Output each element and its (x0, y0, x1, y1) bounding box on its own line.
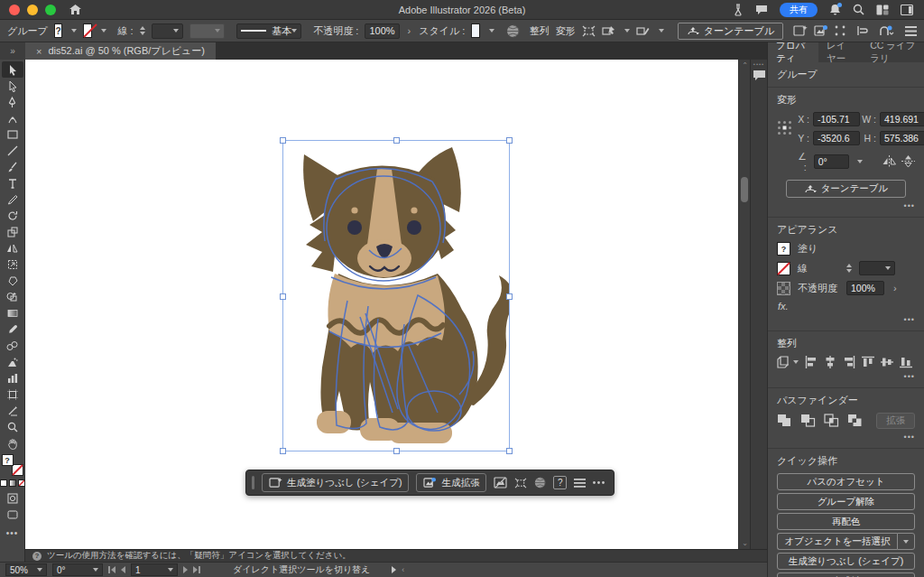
tool-paintbrush[interactable] (2, 159, 23, 175)
tool-direct-selection[interactable] (2, 78, 23, 94)
status-play-icon[interactable] (392, 566, 396, 573)
taskbar-help-button[interactable]: ? (553, 476, 567, 489)
screen-mode-button[interactable] (2, 507, 23, 523)
color-button[interactable] (0, 479, 7, 487)
flip-vertical-icon[interactable] (901, 155, 915, 169)
color-mode-buttons[interactable] (0, 479, 25, 487)
h-field[interactable]: 575.386 (880, 131, 924, 145)
hint-question-icon[interactable]: ? (32, 552, 42, 561)
list-view-icon[interactable] (905, 26, 917, 36)
fill-color-swatch[interactable]: ? (54, 23, 62, 38)
notifications-bell-icon[interactable] (829, 4, 841, 15)
stroke-caret-icon[interactable] (101, 29, 106, 33)
workspace-switcher-icon[interactable] (876, 5, 889, 15)
last-artboard-icon[interactable] (193, 566, 200, 573)
status-collapse-icon[interactable]: ‹ (402, 565, 404, 574)
isolate-selection-icon[interactable] (582, 25, 596, 37)
generative-expand-button[interactable]: 生成拡張 (416, 473, 486, 492)
align-top-icon[interactable] (862, 356, 874, 368)
select-similar-caret-icon[interactable] (624, 29, 630, 33)
opacity-chevron-icon[interactable]: › (406, 25, 413, 36)
pathfinder-unite-icon[interactable] (777, 414, 792, 429)
angle-field[interactable]: 0° (814, 154, 849, 169)
align-to-dropdown[interactable] (777, 356, 799, 368)
feedback-bubble-icon[interactable] (755, 5, 768, 15)
flip-horizontal-icon[interactable] (882, 155, 896, 169)
previous-artboard-icon[interactable] (121, 566, 125, 573)
quick-action-再配色[interactable]: 再配色 (777, 513, 915, 530)
quick-action-label[interactable]: オブジェクトを一括選択 (777, 533, 897, 550)
pathfinder-minus-front-icon[interactable] (800, 414, 816, 429)
next-artboard-icon[interactable] (183, 566, 188, 573)
handle-bottom-center[interactable] (393, 448, 400, 454)
tool-pencil[interactable] (2, 191, 23, 208)
stroke-color-swatch[interactable] (83, 23, 91, 38)
opacity-more-chevron[interactable]: › (892, 283, 899, 293)
tool-curvature[interactable] (2, 110, 23, 126)
brush-definition-dropdown[interactable]: 基本 (236, 23, 301, 39)
rescale-image-icon[interactable] (494, 477, 507, 489)
turntable-button[interactable]: ターンテーブル (678, 23, 783, 40)
proxy-fill-swatch[interactable]: ? (2, 454, 14, 466)
edit-toolbar-icon[interactable] (636, 25, 650, 37)
tool-pen[interactable] (2, 94, 23, 110)
canvas[interactable]: 生成塗りつぶし (シェイプ) 生成拡張 (25, 60, 738, 549)
transform-menu-button[interactable]: 変形 (556, 24, 576, 38)
zoom-window-button[interactable] (45, 5, 56, 15)
generative-fill-icon[interactable] (793, 24, 808, 37)
beta-flask-icon[interactable] (733, 4, 744, 16)
panel-layout-icon[interactable] (901, 5, 913, 15)
recolor-artwork-icon[interactable] (506, 24, 520, 38)
appearance-stroke-swatch[interactable] (777, 262, 790, 275)
handle-top-left[interactable] (280, 137, 286, 144)
style-caret-icon[interactable] (489, 29, 494, 33)
taskbar-menu-icon[interactable] (574, 479, 586, 488)
taskbar-more-icon[interactable] (593, 481, 605, 484)
scroll-up-icon[interactable]: ⌃ (739, 61, 751, 70)
align-left-icon[interactable] (805, 356, 818, 368)
none-button[interactable] (18, 479, 25, 487)
scrollbar-thumb[interactable] (741, 177, 748, 202)
transform-icon[interactable] (514, 478, 527, 489)
tool-slice[interactable] (2, 403, 23, 419)
align-right-icon[interactable] (843, 356, 855, 368)
distribute-icon[interactable] (856, 25, 868, 36)
tool-artboard[interactable] (2, 386, 23, 403)
tool-shape-builder[interactable] (2, 289, 23, 305)
appearance-opacity-field[interactable]: 100% (846, 281, 884, 295)
tab-properties[interactable]: プロパティ (768, 42, 818, 62)
artboard-number-dropdown[interactable]: 1 (131, 563, 178, 576)
angle-caret-icon[interactable] (857, 160, 863, 163)
minimize-window-button[interactable] (27, 5, 38, 15)
tool-gradient[interactable] (2, 305, 23, 321)
opacity-icon[interactable] (777, 282, 790, 295)
close-tab-icon[interactable]: × (36, 46, 42, 57)
stroke-width-dropdown[interactable] (859, 261, 895, 275)
handle-middle-right[interactable] (506, 293, 513, 300)
scroll-down-icon[interactable]: ⌄ (739, 539, 751, 547)
close-window-button[interactable] (9, 5, 20, 15)
tool-selection[interactable] (2, 61, 23, 78)
tab-cc-libraries[interactable]: CC ライブラリ (862, 42, 924, 62)
quick-action-生成塗りつぶし (シェイプ)[interactable]: 生成塗りつぶし (シェイプ) (777, 553, 915, 570)
x-field[interactable]: -105.71 (813, 112, 860, 126)
handle-top-right[interactable] (506, 137, 513, 144)
w-field[interactable]: 419.691 (880, 112, 924, 126)
quick-action-生成拡張[interactable]: 生成拡張 (777, 572, 915, 577)
quick-action-caret[interactable] (897, 533, 915, 550)
dock-drag-dots[interactable]: •••• (753, 62, 764, 67)
search-icon[interactable] (853, 4, 864, 15)
pathfinder-exclude-icon[interactable] (847, 414, 863, 429)
tool-rectangle[interactable] (2, 126, 23, 143)
handle-middle-left[interactable] (280, 293, 286, 300)
generative-expand-icon[interactable] (814, 24, 828, 37)
toolbar-more-button[interactable]: ••• (6, 528, 19, 538)
handle-bottom-left[interactable] (280, 448, 286, 454)
dots-grid-icon[interactable] (835, 25, 845, 36)
appearance-more-options[interactable]: ••• (777, 315, 915, 324)
generative-fill-button[interactable]: 生成塗りつぶし (シェイプ) (262, 473, 409, 492)
tool-eyedropper[interactable] (2, 321, 23, 338)
variable-width-profile-dropdown[interactable] (189, 23, 225, 39)
appearance-fill-swatch[interactable]: ? (777, 242, 790, 256)
tool-line-segment[interactable] (2, 143, 23, 159)
